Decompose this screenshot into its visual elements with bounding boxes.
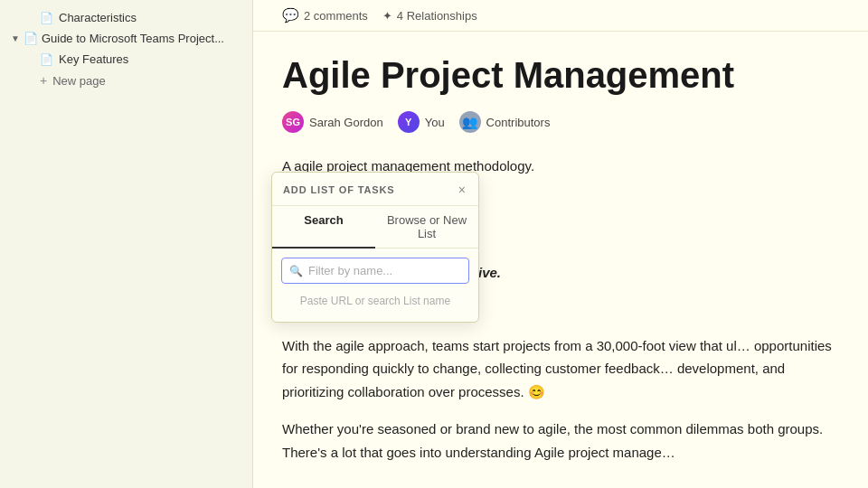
collapse-icon: ▼ bbox=[11, 33, 20, 43]
top-bar: 💬 2 comments ✦ 4 Relationships bbox=[253, 0, 868, 32]
contributors-row: SG Sarah Gordon Y You 👥 Contributors bbox=[282, 111, 839, 133]
filter-input[interactable] bbox=[308, 264, 461, 277]
contributor-you[interactable]: Y You bbox=[398, 111, 445, 133]
relationships-icon: ✦ bbox=[382, 9, 392, 23]
page-icon: 📄 bbox=[40, 53, 53, 66]
sidebar-item-characteristics[interactable]: 📄 Characteristics bbox=[0, 7, 252, 28]
body-para-4: Whether you're seasoned or brand new to … bbox=[282, 418, 839, 464]
main-content: 💬 2 comments ✦ 4 Relationships Agile Pro… bbox=[253, 0, 868, 488]
search-icon: 🔍 bbox=[289, 265, 303, 277]
plus-icon: + bbox=[40, 73, 47, 88]
page-title: Agile Project Management bbox=[282, 53, 839, 97]
modal-body: 🔍 Paste URL or search List name bbox=[272, 249, 478, 322]
body-para-3: With the agile approach, teams start pro… bbox=[282, 334, 839, 404]
modal-header: ADD LIST OF TASKS × bbox=[272, 173, 478, 206]
add-list-modal: ADD LIST OF TASKS × Search Browse or New… bbox=[271, 172, 479, 323]
comments-icon: 💬 bbox=[282, 7, 299, 23]
avatar-contributors: 👥 bbox=[459, 111, 481, 133]
modal-tabs: Search Browse or New List bbox=[272, 206, 478, 249]
sidebar-item-guide-toggle[interactable]: ▼ 📄 Guide to Microsoft Teams Project... bbox=[0, 28, 252, 49]
add-list-modal-overlay: ADD LIST OF TASKS × Search Browse or New… bbox=[271, 172, 479, 323]
comments-button[interactable]: 💬 2 comments bbox=[282, 7, 368, 23]
sidebar: 📄 Characteristics ▼ 📄 Guide to Microsoft… bbox=[0, 0, 253, 488]
avatar-you: Y bbox=[398, 111, 420, 133]
new-page-button[interactable]: + New page bbox=[0, 70, 252, 91]
contributor-contributors[interactable]: 👥 Contributors bbox=[459, 111, 551, 133]
relationships-button[interactable]: ✦ 4 Relationships bbox=[382, 9, 477, 23]
modal-title: ADD LIST OF TASKS bbox=[283, 184, 395, 195]
contributor-sarah[interactable]: SG Sarah Gordon bbox=[282, 111, 383, 133]
tab-browse-new-list[interactable]: Browse or New List bbox=[375, 206, 478, 248]
sidebar-item-key-features[interactable]: 📄 Key Features bbox=[0, 49, 252, 70]
avatar-sarah: SG bbox=[282, 111, 304, 133]
search-wrapper: 🔍 bbox=[281, 258, 469, 284]
modal-close-button[interactable]: × bbox=[457, 182, 467, 198]
page-content: Agile Project Management SG Sarah Gordon… bbox=[253, 32, 868, 488]
page-icon: 📄 bbox=[40, 12, 53, 24]
paste-hint: Paste URL or search List name bbox=[281, 291, 469, 313]
tab-search[interactable]: Search bbox=[272, 206, 375, 249]
page-icon: 📄 bbox=[24, 32, 38, 45]
